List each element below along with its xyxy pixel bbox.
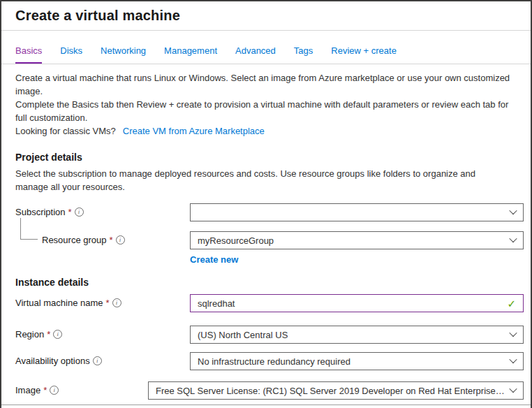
- chevron-down-icon: [509, 384, 517, 392]
- project-details-description: Select the subscription to manage deploy…: [1, 163, 522, 194]
- tab-tags[interactable]: Tags: [294, 45, 313, 64]
- blade-header: Create a virtual machine: [1, 1, 531, 31]
- chevron-down-icon: [509, 355, 517, 363]
- image-row: Image * Free SQL Server License: (RC1) S…: [1, 381, 531, 400]
- required-asterisk: *: [43, 385, 47, 395]
- image-value: Free SQL Server License: (RC1) SQL Serve…: [156, 386, 506, 396]
- classic-vms-prompt: Looking for classic VMs?: [15, 124, 116, 138]
- tree-connector: [20, 218, 38, 240]
- vm-name-input[interactable]: [198, 298, 503, 309]
- page-title: Create a virtual machine: [15, 8, 180, 24]
- image-dropdown[interactable]: Free SQL Server License: (RC1) SQL Serve…: [148, 381, 524, 400]
- region-label: Region *: [15, 326, 190, 340]
- create-vm-marketplace-link[interactable]: Create VM from Azure Marketplace: [123, 124, 265, 138]
- intro-line-2: Complete the Basics tab then Review + cr…: [15, 98, 512, 124]
- chevron-down-icon: [509, 328, 517, 336]
- tab-networking[interactable]: Networking: [101, 45, 146, 64]
- required-asterisk: *: [110, 235, 113, 245]
- tab-advanced[interactable]: Advanced: [235, 45, 276, 64]
- info-icon[interactable]: [116, 235, 125, 245]
- required-asterisk: *: [68, 207, 72, 217]
- create-vm-blade: Create a virtual machine Basics Disks Ne…: [0, 0, 532, 408]
- resource-group-dropdown[interactable]: myResourceGroup: [190, 231, 524, 249]
- availability-options-label: Availability options: [15, 352, 190, 366]
- intro-text: Create a virtual machine that runs Linux…: [1, 64, 531, 138]
- subscription-dropdown[interactable]: [190, 203, 524, 221]
- region-value: (US) North Central US: [198, 330, 288, 340]
- project-details-heading: Project details: [1, 152, 531, 163]
- subscription-row: Subscription *: [1, 203, 531, 221]
- bottom-divider: [1, 405, 531, 405]
- vm-name-label: Virtual machine name *: [15, 294, 190, 308]
- info-icon[interactable]: [112, 298, 121, 307]
- chevron-down-icon: [509, 206, 517, 214]
- availability-options-row: Availability options No infrastructure r…: [1, 352, 531, 370]
- subscription-label: Subscription *: [15, 203, 190, 217]
- required-asterisk: *: [106, 298, 110, 308]
- tab-management[interactable]: Management: [164, 45, 217, 64]
- intro-line-1: Create a virtual machine that runs Linux…: [15, 71, 512, 98]
- region-dropdown[interactable]: (US) North Central US: [190, 326, 524, 344]
- tab-disks[interactable]: Disks: [60, 45, 82, 64]
- create-new-link[interactable]: Create new: [190, 254, 238, 265]
- resource-group-value: myResourceGroup: [198, 235, 274, 246]
- availability-options-dropdown[interactable]: No infrastructure redundancy required: [190, 352, 524, 370]
- region-row: Region * (US) North Central US: [1, 326, 531, 344]
- resource-group-row: Resource group * myResourceGroup Create …: [1, 231, 531, 265]
- info-icon[interactable]: [75, 207, 84, 217]
- info-icon[interactable]: [53, 330, 62, 339]
- availability-options-value: No infrastructure redundancy required: [198, 356, 350, 367]
- instance-details-heading: Instance details: [1, 277, 531, 288]
- tab-basics[interactable]: Basics: [15, 45, 42, 64]
- wizard-tabs: Basics Disks Networking Management Advan…: [1, 31, 531, 64]
- info-icon[interactable]: [50, 386, 59, 395]
- vm-name-field: ✓: [190, 294, 524, 312]
- classic-vms-line: Looking for classic VMs? Create VM from …: [15, 124, 512, 138]
- chevron-down-icon: [509, 234, 517, 242]
- valid-check-icon: ✓: [507, 298, 516, 309]
- required-asterisk: *: [47, 329, 50, 340]
- image-label: Image *: [15, 381, 148, 395]
- tab-review-create[interactable]: Review + create: [331, 45, 397, 64]
- info-icon[interactable]: [93, 356, 102, 365]
- resource-group-label: Resource group *: [15, 231, 190, 245]
- vm-name-row: Virtual machine name * ✓: [1, 294, 531, 312]
